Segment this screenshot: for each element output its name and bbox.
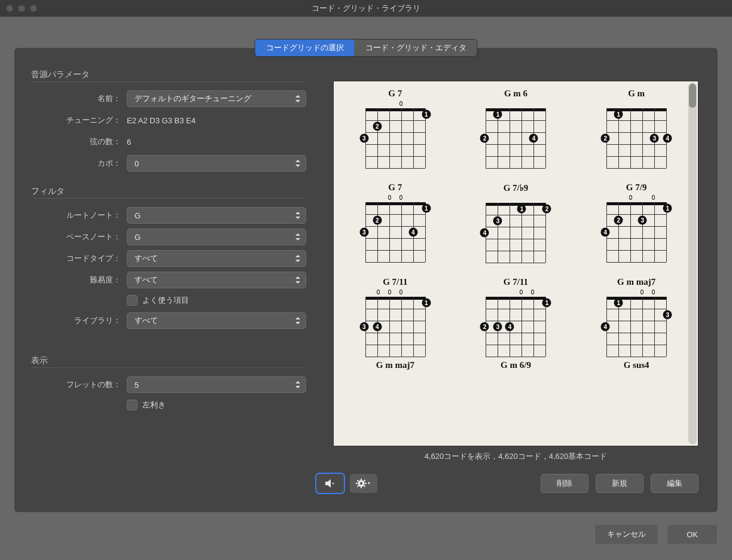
svg-rect-6: [365, 483, 367, 484]
fretboard: 124: [486, 108, 545, 168]
chordtype-value: すべて: [135, 253, 158, 264]
chord-name: G m 6/9: [468, 360, 565, 370]
cancel-button[interactable]: キャンセル: [594, 524, 658, 544]
name-value: デフォルトのギターチューニング: [135, 93, 251, 104]
library-select[interactable]: すべて: [127, 312, 306, 329]
label-capo: カポ：: [31, 158, 127, 169]
stepper-icon: [295, 233, 301, 241]
chord-name: G m 6: [504, 89, 527, 99]
fretboard: 1234: [486, 203, 545, 263]
stepper-icon: [295, 95, 301, 102]
edit-button[interactable]: 編集: [651, 474, 699, 493]
chord-name: G 7/11: [504, 277, 528, 287]
fretboard: 134: [606, 297, 666, 357]
label-root: ルートノート：: [31, 210, 127, 221]
fretboard: 321: [365, 108, 425, 168]
fretboard: 1234: [606, 108, 666, 168]
root-value: G: [135, 211, 141, 220]
section-params: 音源パラメータ: [31, 66, 306, 82]
svg-rect-3: [361, 479, 362, 480]
chord-item[interactable]: G m 6124: [468, 89, 565, 168]
tab-editor[interactable]: コード・グリッド・エディタ: [355, 39, 477, 56]
bottom-toolbar: 削除 新規 編集: [316, 473, 699, 494]
label-chordtype: コードタイプ：: [31, 253, 127, 264]
chord-item[interactable]: G 72341: [347, 182, 444, 263]
stepper-icon: [295, 276, 301, 284]
section-display: 表示: [31, 352, 306, 368]
name-select[interactable]: デフォルトのギターチューニング: [127, 90, 306, 107]
chord-name: G 7/♭9: [504, 182, 529, 193]
label-frets: フレットの数：: [31, 379, 127, 390]
frets-value: 5: [135, 381, 139, 389]
strings-value: 6: [127, 138, 131, 147]
chord-item[interactable]: G 7/11134: [347, 277, 444, 357]
chord-item[interactable]: G m1234: [588, 89, 685, 168]
gear-button[interactable]: [350, 474, 377, 493]
chord-item[interactable]: G 7/92341: [588, 182, 685, 263]
chord-name: G 7/11: [383, 277, 407, 287]
svg-rect-4: [361, 486, 362, 488]
gear-icon: [356, 479, 371, 488]
difficulty-value: すべて: [135, 275, 158, 285]
chordtype-select[interactable]: すべて: [127, 250, 306, 267]
label-bass: ベースノート：: [31, 232, 127, 242]
chord-item[interactable]: G 7/♭91234: [468, 182, 565, 263]
chord-name: G sus4: [588, 360, 685, 370]
stepper-icon: [295, 317, 301, 324]
stepper-icon: [295, 160, 301, 167]
stepper-icon: [295, 255, 301, 262]
ok-button[interactable]: OK: [667, 524, 718, 544]
section-filter: フィルタ: [31, 182, 306, 199]
speaker-icon: [324, 479, 336, 488]
difficulty-select[interactable]: すべて: [127, 272, 306, 288]
chord-item[interactable]: G m maj7134: [588, 277, 685, 357]
status-text: 4,620コードを表示，4,620コード，4,620基本コード: [333, 451, 699, 462]
stepper-icon: [295, 381, 301, 388]
chord-item[interactable]: G 7/111234: [468, 277, 565, 357]
svg-rect-5: [356, 483, 358, 484]
chord-name: G 7: [388, 182, 402, 193]
label-name: 名前：: [31, 93, 127, 104]
window-title: コード・グリッド・ライブラリ: [0, 3, 732, 14]
chord-grid-area: G 7321G m 6124G m1234G 72341G 7/♭91234G …: [333, 81, 699, 446]
new-button[interactable]: 新規: [596, 474, 643, 493]
chord-name: G 7: [388, 89, 402, 99]
tuning-value: E2 A2 D3 G3 B3 E4: [127, 116, 196, 125]
bass-value: G: [135, 233, 141, 242]
label-favorites: よく使う項目: [142, 295, 189, 306]
label-library: ライブラリ：: [31, 315, 127, 326]
label-lefty: 左利き: [142, 400, 166, 410]
fretboard: 1234: [486, 297, 545, 357]
label-difficulty: 難易度：: [31, 275, 127, 285]
chevron-down-icon: [368, 482, 370, 485]
dialog-footer: キャンセル OK: [594, 524, 718, 544]
fretboard: 2341: [365, 202, 425, 262]
chord-name: G m maj7: [617, 277, 655, 287]
frets-select[interactable]: 5: [127, 376, 306, 393]
chord-name: G 7/9: [626, 182, 647, 193]
label-strings: 弦の数：: [31, 136, 127, 147]
chord-item[interactable]: G 7321: [347, 89, 444, 168]
library-value: すべて: [135, 315, 158, 326]
speaker-button[interactable]: [316, 474, 344, 493]
lefty-checkbox[interactable]: [127, 400, 138, 410]
scrollbar-thumb[interactable]: [689, 84, 696, 108]
main-panel: コードグリッドの選択 コード・グリッド・エディタ 音源パラメータ 名前： デフォ…: [14, 48, 718, 512]
titlebar: コード・グリッド・ライブラリ: [0, 0, 732, 17]
delete-button[interactable]: 削除: [541, 474, 588, 493]
svg-point-0: [333, 483, 334, 485]
chord-name: G m: [628, 89, 645, 99]
stepper-icon: [295, 212, 301, 219]
scrollbar[interactable]: [688, 83, 697, 445]
tab-select[interactable]: コードグリッドの選択: [255, 39, 355, 56]
capo-select[interactable]: 0: [127, 155, 306, 172]
left-pane: 音源パラメータ 名前： デフォルトのギターチューニング チューニング： E2 A…: [31, 66, 306, 415]
capo-value: 0: [135, 159, 139, 168]
chord-name: G m maj7: [347, 360, 444, 370]
fretboard: 134: [365, 297, 425, 357]
tab-bar: コードグリッドの選択 コード・グリッド・エディタ: [255, 39, 477, 56]
favorites-checkbox[interactable]: [127, 295, 138, 306]
bass-select[interactable]: G: [127, 229, 306, 245]
svg-point-2: [360, 482, 362, 485]
root-select[interactable]: G: [127, 207, 306, 224]
